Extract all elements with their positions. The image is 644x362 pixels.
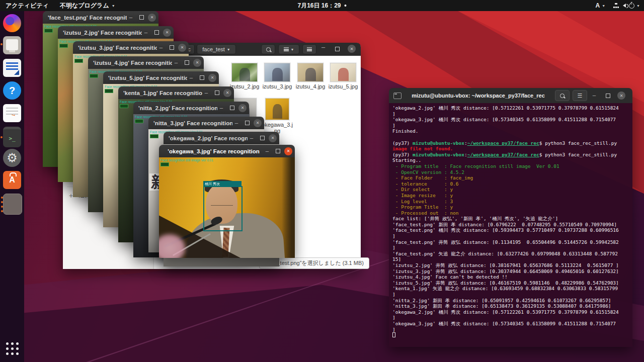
overlay-badge	[90, 74, 98, 78]
maximize-button[interactable]	[274, 147, 282, 155]
dock-item-face-recognition-app[interactable]	[3, 194, 22, 215]
terminal-search-button[interactable]	[555, 90, 570, 101]
maximize-icon	[606, 94, 610, 98]
minimize-button[interactable]: ─	[142, 29, 150, 37]
terminal-menu-button[interactable]: ☰	[573, 90, 587, 101]
file-item[interactable]: izutsu_4.jpg	[294, 63, 327, 89]
running-indicator	[1, 43, 3, 45]
minimize-button[interactable]: ─	[232, 119, 240, 127]
activities-button[interactable]: アクティビティ	[0, 0, 54, 11]
hamburger-menu-button[interactable]	[302, 44, 316, 54]
face-detection-label: 桶川 秀次	[203, 181, 242, 187]
dock-item-firefox[interactable]	[3, 14, 21, 32]
close-button[interactable]: ✕	[193, 59, 201, 67]
clock-label: 7月16日 16：29	[297, 2, 341, 10]
dock-item-text-editor[interactable]: ✎	[3, 104, 21, 122]
face-detection-box: 桶川 秀次	[203, 186, 243, 231]
file-name: izutsu_4.jpg	[294, 83, 327, 89]
close-button[interactable]: ✕	[269, 134, 277, 142]
window-titlebar[interactable]: 'nitta_3.jpg' Face recognition ─ ✕	[148, 117, 264, 130]
running-indicator	[1, 197, 3, 212]
terminal-tab-icon[interactable]	[393, 93, 401, 99]
close-button[interactable]: ✕	[223, 89, 231, 97]
dock: ? ✎ >_ ⚙ A	[0, 11, 24, 362]
file-name: izutsu_3.jpg	[261, 83, 293, 89]
list-view-icon	[284, 47, 289, 51]
minimize-button[interactable]: ─	[187, 74, 195, 82]
maximize-button[interactable]	[198, 74, 206, 82]
volume-icon	[621, 4, 626, 8]
maximize-button[interactable]	[183, 59, 191, 67]
close-button[interactable]: ✕	[178, 44, 186, 52]
window-titlebar[interactable]: 'okegawa_3.jpg' Face recognition ─ ✕	[159, 145, 295, 158]
search-button[interactable]	[261, 44, 275, 54]
window-title: 'nitta_3.jpg' Face recognition	[148, 120, 232, 126]
close-button[interactable]: ✕	[254, 119, 262, 127]
app-menu-button[interactable]: 不明なプログラム▼	[54, 0, 121, 11]
minimize-button[interactable]: ─	[172, 59, 180, 67]
terminal-window: mizutu@ubuntu-vbox: ~/workspace_py37/fac…	[389, 88, 632, 347]
maximize-button[interactable]	[168, 44, 176, 52]
file-thumbnail	[297, 63, 324, 82]
close-button[interactable]: ✕	[348, 45, 356, 53]
close-button[interactable]: ✕	[208, 74, 216, 82]
dock-item-libreoffice-writer[interactable]	[3, 59, 21, 77]
maximize-button[interactable]	[604, 92, 612, 100]
dock-item-files[interactable]	[3, 36, 21, 54]
window-titlebar[interactable]: 'face_test.png' Face recognition ─ ✕	[43, 11, 158, 24]
maximize-button[interactable]	[228, 104, 236, 112]
window-titlebar[interactable]: 'izutsu_4.jpg' Face recognition ─ ✕	[88, 56, 204, 69]
dock-item-terminal[interactable]: >_	[3, 127, 21, 147]
maximize-icon	[200, 75, 204, 80]
window-titlebar[interactable]: 'kenta_1.jpg' Face recognition ─ ✕	[118, 86, 234, 100]
minimize-button[interactable]: ─	[263, 147, 271, 155]
window-titlebar[interactable]: 'izutsu_5.jpg' Face recognition ─ ✕	[103, 71, 219, 84]
close-button[interactable]: ✕	[163, 29, 171, 37]
dock-item-ubuntu-software[interactable]: A	[3, 171, 21, 189]
file-item[interactable]: izutsu_5.jpg	[327, 63, 359, 89]
minimize-button[interactable]: ─	[127, 14, 135, 22]
maximize-button[interactable]	[137, 14, 145, 22]
window-titlebar[interactable]: 'nitta_2.jpg' Face recognition ─ ✕	[133, 102, 249, 115]
minimize-button[interactable]: ─	[217, 104, 225, 112]
file-item[interactable]: izutsu_3.jpg	[261, 63, 293, 89]
maximize-button[interactable]	[152, 29, 160, 37]
window-titlebar[interactable]: 'izutsu_3.jpg' Face recognition ─ ✕	[73, 41, 189, 54]
maximize-button[interactable]	[258, 134, 266, 142]
window-okegawa-3: 'okegawa_3.jpg' Face recognition ─ ✕ Fac…	[159, 145, 295, 258]
terminal-content[interactable]: 'okegawa_2.jpg' 桶川 秀次 distance: [0.57122…	[389, 103, 632, 347]
minimize-button[interactable]: ─	[202, 89, 210, 97]
dock-item-settings[interactable]: ⚙	[3, 149, 21, 167]
minimize-button[interactable]: ─	[590, 92, 598, 100]
file-item[interactable]: izutsu_2.jpg	[228, 63, 261, 89]
close-button[interactable]: ✕	[148, 14, 156, 22]
chevron-down-icon: ▼	[112, 4, 115, 8]
window-titlebar[interactable]: 'okegawa_2.jpg' Face recognition ─ ✕	[164, 132, 279, 145]
maximize-icon	[260, 136, 265, 140]
maximize-button[interactable]	[335, 47, 340, 51]
breadcrumb-face-test[interactable]: face_test▼	[197, 44, 236, 54]
keyboard-layout-indicator[interactable]: A	[595, 2, 600, 9]
clock-button[interactable]: 7月16日 16：29	[297, 2, 346, 10]
file-item[interactable]: okegawa_3.jpg	[261, 98, 293, 134]
minimize-button[interactable]: ─	[157, 44, 165, 52]
system-indicators[interactable]: A ▼ ▼	[595, 2, 644, 9]
window-titlebar[interactable]: 'izutsu_2.jpg' Face recognition ─ ✕	[58, 26, 174, 39]
chevron-down-icon: ▼	[227, 48, 230, 51]
close-button[interactable]: ✕	[284, 147, 292, 155]
maximize-button[interactable]	[213, 89, 221, 97]
dock-item-help[interactable]: ?	[3, 81, 21, 100]
window-title: 'izutsu_4.jpg' Face recognition	[88, 60, 172, 66]
view-toggle-button[interactable]: ▼	[278, 44, 299, 54]
cv-overlay: Face recognition still image Ver 0.01	[160, 158, 213, 166]
minimize-button[interactable]: ─	[321, 45, 325, 50]
maximize-icon	[245, 121, 250, 125]
close-button[interactable]: ✕	[617, 92, 625, 100]
overlay-badge	[135, 119, 143, 123]
activities-label: アクティビティ	[6, 2, 49, 10]
terminal-headerbar[interactable]: mizutu@ubuntu-vbox: ~/workspace_py37/fac…	[389, 88, 632, 103]
show-applications-button[interactable]	[3, 339, 21, 357]
maximize-button[interactable]	[243, 119, 251, 127]
minimize-button[interactable]: ─	[248, 134, 256, 142]
close-button[interactable]: ✕	[238, 104, 247, 112]
